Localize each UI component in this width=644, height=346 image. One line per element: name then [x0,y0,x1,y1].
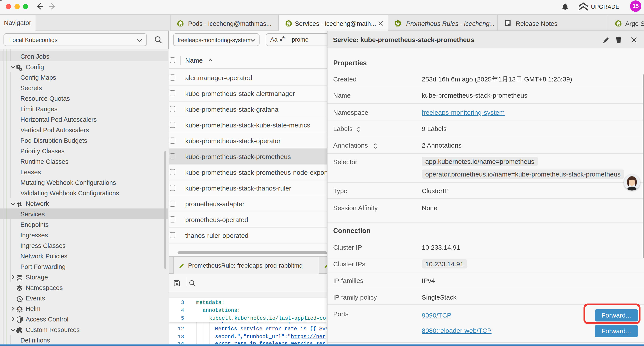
svg-text:HELM: HELM [17,308,22,310]
